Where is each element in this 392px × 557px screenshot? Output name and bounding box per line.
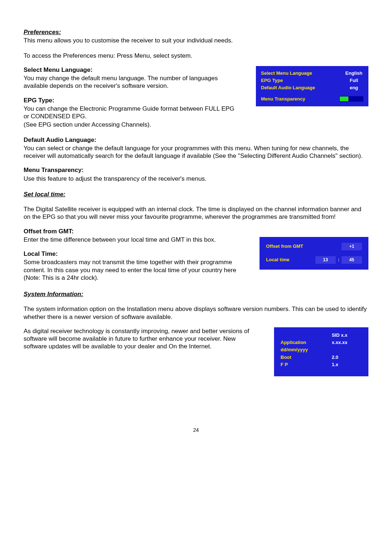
system-information-intro: The system information option on the Ins… (24, 305, 368, 321)
osd-offset-label: Offset from GMT (266, 243, 303, 249)
osd-sml-value: English (344, 70, 363, 76)
osd-boot-label: Boot (281, 355, 322, 360)
osd-fp-label: F P (281, 362, 322, 368)
offset-from-gmt-body: Enter the time difference between your l… (24, 236, 245, 243)
epg-type-body-1: You can change the Electronic Programme … (24, 105, 241, 120)
osd-local-hour: 13 (315, 256, 336, 264)
system-information-heading: System Information: (24, 290, 368, 298)
menu-transparency-body: Use this feature to adjust the transpare… (24, 175, 368, 183)
preferences-osd: Select Menu Language English EPG Type Fu… (256, 66, 368, 106)
epg-type-body-2: (See EPG section under Accessing Channel… (24, 121, 241, 128)
default-audio-language-heading: Default Audio Language: (24, 136, 368, 144)
osd-application-label: Application (281, 340, 322, 345)
preferences-intro-2: To access the Preferences menu: Press Me… (24, 52, 368, 60)
default-audio-language-body: You can select or change the default lan… (24, 144, 368, 160)
osd-epg-value: Full (344, 78, 363, 83)
menu-transparency-heading: Menu Transparency: (24, 166, 368, 174)
preferences-heading: Preferences: (24, 28, 368, 36)
offset-from-gmt-heading: Offset from GMT: (24, 228, 245, 235)
transparency-slider (339, 96, 363, 102)
osd-sid: SID x.x (332, 332, 362, 338)
osd-application-value: x.xx.xx (332, 340, 362, 345)
select-menu-language-heading: Select Menu Language: (24, 66, 241, 74)
local-time-osd: Offset from GMT +1 Local time 13 : 45 (260, 237, 368, 270)
osd-epg-label: EPG Type (261, 78, 283, 83)
osd-sml-label: Select Menu Language (261, 70, 312, 76)
osd-local-minute: 45 (342, 256, 362, 264)
system-information-body: As digital receiver technology is consta… (24, 327, 260, 351)
system-info-osd: SID x.x Application x.xx.xx dd/mm/yyyy B… (274, 327, 368, 376)
osd-boot-value: 2.0 (332, 355, 362, 360)
osd-fp-value: 1.x (332, 362, 362, 368)
osd-mt-label: Menu Transparency (261, 96, 305, 102)
osd-local-label: Local time (266, 257, 289, 263)
page-number: 24 (24, 427, 368, 434)
preferences-intro-1: This menu allows you to customise the re… (24, 37, 368, 44)
local-time-body: Some broadcasters may not transmit the t… (24, 258, 245, 282)
osd-dal-label: Default Audio Language (261, 85, 315, 91)
osd-date: dd/mm/yyyy (281, 347, 322, 353)
osd-dal-value: eng (344, 85, 363, 91)
select-menu-language-body: You may change the default menu language… (24, 74, 241, 90)
set-local-time-heading: Set local time: (24, 191, 368, 198)
set-local-time-intro: The Digital Satellite receiver is equipp… (24, 205, 368, 221)
osd-offset-value: +1 (342, 243, 362, 250)
local-time-heading: Local Time: (24, 250, 245, 258)
time-colon: : (338, 257, 339, 263)
epg-type-heading: EPG Type: (24, 97, 241, 104)
